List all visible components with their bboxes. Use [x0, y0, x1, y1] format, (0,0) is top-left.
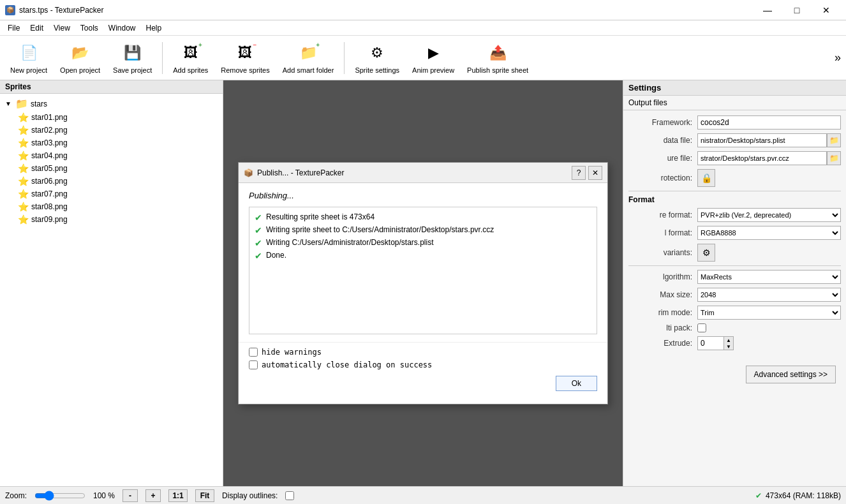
file-icon: ⭐ [18, 202, 29, 212]
close-button[interactable]: ✕ [812, 0, 841, 20]
auto-close-checkbox[interactable] [249, 360, 258, 369]
toolbar-expand-icon[interactable]: » [835, 51, 841, 64]
algorithm-row: lgorithm: MaxRects [628, 270, 841, 284]
remove-sprites-button[interactable]: 🖼− Remove sprites [216, 39, 274, 77]
list-item[interactable]: ⭐ star06.png [15, 175, 220, 188]
zoom-value: 100 % [93, 491, 115, 500]
publish-dialog: 📦 Publish... - TexturePacker ? ✕ Publish… [238, 162, 608, 404]
add-sprites-button[interactable]: 🖼+ Add sprites [168, 39, 213, 77]
toolbar: 📄 New project 📂 Open project 💾 Save proj… [0, 36, 846, 80]
extrude-spinner-arrows: ▲ ▼ [724, 337, 733, 350]
advanced-settings-button[interactable]: Advanced settings >> [746, 366, 836, 383]
extrude-up-button[interactable]: ▲ [724, 337, 733, 343]
title-bar-left: 📦 stars.tps - TexturePacker [5, 5, 104, 15]
algorithm-select[interactable]: MaxRects [697, 270, 841, 284]
texture-format-select[interactable]: PVR+zlib (Ver.2, deprecated) [697, 208, 841, 222]
file-name: star06.png [31, 177, 68, 186]
menu-file[interactable]: File [3, 22, 25, 34]
extrude-input[interactable] [698, 337, 724, 350]
status-check-icon: ✔ [755, 491, 762, 500]
menu-window[interactable]: Window [103, 22, 141, 34]
menu-tools[interactable]: Tools [75, 22, 103, 34]
maximize-button[interactable]: □ [782, 0, 812, 20]
list-item[interactable]: ⭐ star02.png [15, 124, 220, 137]
format-section-header: Format [628, 195, 841, 204]
extrude-down-button[interactable]: ▼ [724, 343, 733, 350]
ok-button[interactable]: Ok [556, 376, 597, 391]
file-icon: ⭐ [18, 112, 29, 122]
fit-button[interactable]: Fit [195, 489, 214, 502]
file-name: star08.png [31, 202, 68, 211]
list-item[interactable]: ⭐ star07.png [15, 188, 220, 200]
variants-gear-button[interactable]: ⚙ [697, 244, 715, 262]
variants-label: variants: [628, 248, 692, 257]
anim-preview-button[interactable]: ▶ Anim preview [407, 39, 459, 77]
display-outlines-checkbox[interactable] [285, 491, 294, 500]
sprite-preview-area: 📦 Publish... - TexturePacker ? ✕ Publish… [223, 80, 623, 486]
output-files-tab[interactable]: Output files [623, 96, 846, 110]
data-file-input[interactable] [697, 133, 827, 147]
save-project-button[interactable]: 💾 Save project [108, 39, 157, 77]
dialog-app-icon: 📦 [244, 168, 253, 177]
lock-icon: 🔒 [701, 173, 712, 183]
multi-pack-checkbox[interactable] [697, 323, 706, 332]
check-icon-2: ✔ [255, 225, 262, 235]
dialog-footer: hide warnings automatically close dialog… [239, 342, 607, 396]
publish-button[interactable]: 📤 Publish sprite sheet [462, 39, 533, 77]
file-name: star07.png [31, 189, 68, 198]
trim-mode-select[interactable]: Trim [697, 306, 841, 320]
dialog-close-button[interactable]: ✕ [588, 166, 602, 180]
list-item[interactable]: ⭐ star08.png [15, 200, 220, 213]
new-project-icon: 📄 [17, 41, 40, 64]
pixel-format-label: l format: [628, 228, 692, 237]
new-project-button[interactable]: 📄 New project [5, 39, 52, 77]
status-bar: Zoom: 100 % - + 1:1 Fit Display outlines… [0, 486, 846, 504]
main-area: Sprites ▼ 📁 stars ⭐ star01.png ⭐ star02.… [0, 80, 846, 486]
zoom-minus-button[interactable]: - [122, 489, 138, 502]
sprite-settings-button[interactable]: ⚙ Sprite settings [350, 39, 404, 77]
dialog-help-button[interactable]: ? [572, 166, 586, 180]
status-bar-right: ✔ 473x64 (RAM: 118kB) [755, 491, 841, 500]
texture-file-input[interactable] [697, 151, 827, 165]
list-item[interactable]: ⭐ star05.png [15, 162, 220, 175]
menu-bar: File Edit View Tools Window Help [0, 20, 846, 36]
protection-lock-button[interactable]: 🔒 [697, 169, 715, 187]
check-icon-1: ✔ [255, 212, 262, 223]
hide-warnings-checkbox[interactable] [249, 348, 258, 357]
menu-view[interactable]: View [48, 22, 75, 34]
minimize-button[interactable]: — [753, 0, 782, 20]
log-text-4: Done. [266, 251, 286, 260]
remove-sprites-icon: 🖼− [234, 41, 256, 64]
add-smart-folder-button[interactable]: 📁+ Add smart folder [278, 39, 339, 77]
list-item[interactable]: ⭐ star01.png [15, 111, 220, 124]
file-icon: ⭐ [18, 138, 29, 148]
trim-mode-label: rim mode: [628, 308, 692, 317]
log-item-1: ✔ Resulting sprite sheet is 473x64 [255, 212, 591, 223]
menu-edit[interactable]: Edit [25, 22, 48, 34]
toolbar-separator-1 [162, 42, 163, 74]
log-item-3: ✔ Writing C:/Users/Administrator/Desktop… [255, 238, 591, 248]
open-project-button[interactable]: 📂 Open project [55, 39, 105, 77]
data-file-browse-button[interactable]: 📁 [827, 133, 841, 147]
list-item[interactable]: ⭐ star09.png [15, 213, 220, 226]
sprite-settings-icon: ⚙ [366, 41, 389, 64]
tree-folder-stars[interactable]: ▼ 📁 stars [3, 96, 220, 111]
texture-format-row: re format: PVR+zlib (Ver.2, deprecated) [628, 208, 841, 222]
zoom-plus-button[interactable]: + [145, 489, 161, 502]
list-item[interactable]: ⭐ star04.png [15, 149, 220, 162]
zoom-slider[interactable] [34, 491, 85, 501]
max-size-select[interactable]: 2048 [697, 288, 841, 302]
texture-file-browse-button[interactable]: 📁 [827, 151, 841, 165]
anim-preview-label: Anim preview [412, 66, 454, 74]
multi-pack-label: lti pack: [628, 323, 692, 332]
hide-warnings-row: hide warnings [249, 348, 597, 357]
remove-sprites-label: Remove sprites [221, 66, 269, 74]
new-project-label: New project [10, 66, 47, 74]
framework-label: Framework: [628, 118, 692, 127]
sprite-settings-label: Sprite settings [355, 66, 399, 74]
one-to-one-button[interactable]: 1:1 [168, 489, 188, 502]
dialog-title-text: Publish... - TexturePacker [257, 168, 345, 177]
menu-help[interactable]: Help [141, 22, 167, 34]
list-item[interactable]: ⭐ star03.png [15, 137, 220, 149]
pixel-format-select[interactable]: RGBA8888 [697, 226, 841, 240]
